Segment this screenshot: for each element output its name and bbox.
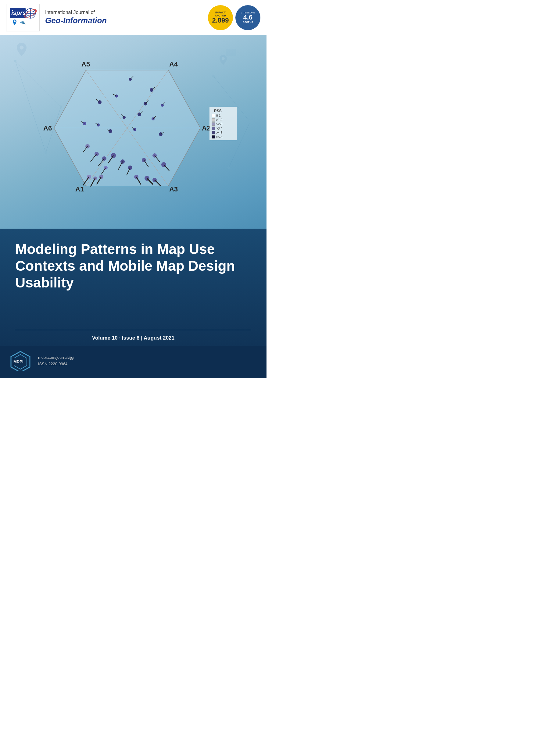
svg-text:>5-6: >5-6: [216, 135, 223, 139]
svg-text:>2-3: >2-3: [216, 122, 223, 126]
volume-text: Volume 10: [92, 335, 118, 341]
citescore-sub: SCOPUS: [243, 21, 253, 23]
bottom-section: Modeling Patterns in Map Use Contexts an…: [0, 229, 266, 378]
hexagon-chart: A5 A4 A2 A3 A1 A6: [27, 46, 240, 204]
citescore-badge: CITESCORE 4.6 SCOPUS: [236, 5, 260, 30]
svg-text:isprs: isprs: [11, 10, 26, 16]
mdpi-logo: MDPI: [9, 351, 32, 371]
vertex-a6: A6: [43, 124, 52, 132]
vertex-a3: A3: [169, 185, 178, 193]
isprs-logo: isprs: [6, 4, 40, 31]
vertex-a5: A5: [81, 60, 90, 68]
svg-rect-104: [212, 131, 215, 134]
title-section: Modeling Patterns in Map Use Contexts an…: [0, 229, 266, 330]
svg-rect-96: [212, 114, 215, 117]
svg-text:0-1: 0-1: [216, 114, 221, 117]
svg-text:>3-4: >3-4: [216, 127, 223, 130]
svg-rect-98: [212, 118, 215, 121]
svg-rect-106: [212, 135, 215, 138]
impact-factor-value: 2.899: [212, 17, 229, 24]
separator2: |: [141, 335, 144, 341]
svg-text:>1-2: >1-2: [216, 118, 223, 122]
svg-rect-100: [212, 122, 215, 125]
impact-factor-badge: IMPACTFACTOR 2.899: [208, 5, 233, 30]
vertex-a2: A2: [202, 124, 210, 132]
footer-text: mdpi.com/journal/ijgi ISSN 2220-9964: [38, 355, 74, 367]
page: isprs International Journal of Geo-: [0, 0, 266, 378]
volume-info: Volume 10 · Issue 8 | August 2021: [0, 330, 266, 346]
vertex-a4: A4: [169, 60, 178, 68]
footer-issn: ISSN 2220-9964: [38, 361, 74, 367]
svg-rect-102: [212, 127, 215, 130]
badges-block: IMPACTFACTOR 2.899 CITESCORE 4.6 SCOPUS: [208, 5, 260, 30]
svg-text:>4-5: >4-5: [216, 131, 223, 134]
article-title: Modeling Patterns in Map Use Contexts an…: [15, 241, 251, 291]
footer-url: mdpi.com/journal/ijgi: [38, 355, 74, 361]
date-text: August 2021: [144, 335, 174, 341]
svg-text:RSS: RSS: [214, 109, 222, 113]
separator1: ·: [119, 335, 122, 341]
header: isprs International Journal of Geo-: [0, 0, 266, 35]
svg-text:MDPI: MDPI: [14, 360, 23, 364]
svg-point-23: [14, 20, 15, 22]
journal-title-line1: International Journal of: [45, 10, 202, 15]
visualization-area: A5 A4 A2 A3 A1 A6: [0, 35, 266, 215]
mdpi-footer: MDPI mdpi.com/journal/ijgi ISSN 2220-996…: [0, 346, 266, 378]
journal-title-line2: Geo-Information: [45, 16, 202, 25]
issue-text: Issue 8: [122, 335, 140, 341]
journal-title-block: International Journal of Geo-Information: [45, 10, 202, 25]
vertex-a1: A1: [75, 185, 84, 193]
citescore-value: 4.6: [243, 14, 253, 21]
